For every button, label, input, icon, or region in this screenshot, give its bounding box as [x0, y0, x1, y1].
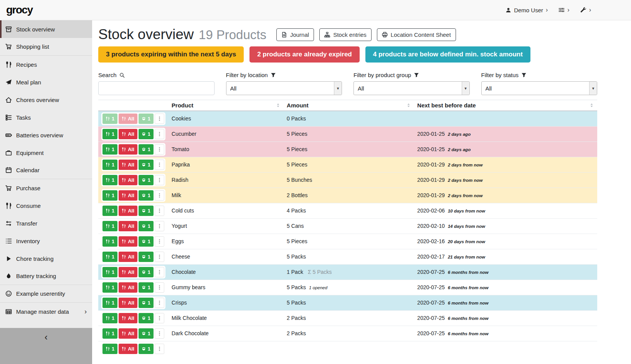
row-menu-button[interactable] — [155, 160, 164, 170]
row-menu-button[interactable] — [155, 252, 164, 262]
consume-one-button[interactable]: 1 — [102, 114, 117, 124]
open-one-button[interactable]: 1 — [139, 114, 154, 124]
consume-all-button[interactable]: All — [119, 298, 137, 308]
consume-all-button[interactable]: All — [119, 190, 137, 201]
consume-all-button[interactable]: All — [119, 175, 137, 185]
consume-one-button[interactable]: 1 — [102, 267, 117, 277]
row-menu-button[interactable] — [155, 313, 164, 323]
open-one-button[interactable]: 1 — [139, 344, 154, 354]
consume-all-button[interactable]: All — [119, 221, 137, 231]
sidebar-item-chores-overview[interactable]: Chores overview — [0, 91, 92, 109]
search-input[interactable] — [98, 81, 215, 95]
sidebar-item-transfer[interactable]: Transfer — [0, 214, 92, 232]
open-one-button[interactable]: 1 — [139, 252, 154, 262]
date-column-header[interactable]: Next best before date — [414, 100, 597, 111]
consume-one-button[interactable]: 1 — [102, 344, 117, 354]
row-menu-button[interactable] — [155, 175, 164, 185]
row-menu-button[interactable] — [155, 344, 164, 354]
open-one-button[interactable]: 1 — [139, 206, 154, 216]
sidebar-item-calendar[interactable]: Calendar — [0, 161, 92, 179]
status-select[interactable]: All — [481, 81, 598, 95]
button-label: All — [128, 239, 134, 244]
open-one-button[interactable]: 1 — [139, 313, 154, 323]
amount-column-header[interactable]: Amount — [284, 100, 414, 111]
open-one-button[interactable]: 1 — [139, 236, 154, 247]
open-one-button[interactable]: 1 — [139, 129, 154, 139]
sidebar-item-tasks[interactable]: Tasks — [0, 109, 92, 126]
consume-one-button[interactable]: 1 — [102, 175, 117, 185]
sidebar-item-purchase[interactable]: Purchase — [0, 179, 92, 197]
row-menu-button[interactable] — [155, 328, 164, 339]
row-menu-button[interactable] — [155, 190, 164, 201]
consume-all-button[interactable]: All — [119, 313, 137, 323]
consume-one-button[interactable]: 1 — [102, 282, 117, 293]
consume-one-button[interactable]: 1 — [102, 206, 117, 216]
open-one-button[interactable]: 1 — [139, 175, 154, 185]
consume-one-button[interactable]: 1 — [102, 129, 117, 139]
product-group-select[interactable]: All — [353, 81, 470, 95]
consume-all-button[interactable]: All — [119, 236, 137, 247]
consume-one-button[interactable]: 1 — [102, 221, 117, 231]
consume-all-button[interactable]: All — [119, 160, 137, 170]
open-one-button[interactable]: 1 — [139, 221, 154, 231]
sidebar-item-example-userentity[interactable]: Example userentity — [0, 285, 92, 303]
user-menu[interactable]: Demo User › — [505, 7, 548, 13]
row-menu-button[interactable] — [155, 236, 164, 247]
consume-one-button[interactable]: 1 — [102, 160, 117, 170]
row-menu-button[interactable] — [155, 129, 164, 139]
consume-all-button[interactable]: All — [119, 206, 137, 216]
journal-button[interactable]: Journal — [276, 28, 314, 41]
stock-entries-button[interactable]: Stock entries — [319, 28, 372, 41]
row-menu-button[interactable] — [155, 298, 164, 308]
open-one-button[interactable]: 1 — [139, 298, 154, 308]
row-menu-button[interactable] — [155, 114, 164, 124]
sidebar-item-stock-overview[interactable]: Stock overview — [0, 20, 92, 38]
consume-all-button[interactable]: All — [119, 282, 137, 293]
consume-one-button[interactable]: 1 — [102, 328, 117, 339]
open-one-button[interactable]: 1 — [139, 267, 154, 277]
sidebar-item-equipment[interactable]: Equipment — [0, 144, 92, 161]
consume-all-button[interactable]: All — [119, 328, 137, 339]
row-menu-button[interactable] — [155, 221, 164, 231]
sidebar-collapse-button[interactable]: ‹ — [0, 328, 92, 364]
row-menu-button[interactable] — [155, 267, 164, 277]
open-one-button[interactable]: 1 — [139, 144, 154, 155]
alert-banner-3[interactable]: 4 products are below defined min. stock … — [365, 46, 530, 63]
consume-one-button[interactable]: 1 — [102, 252, 117, 262]
consume-one-button[interactable]: 1 — [102, 190, 117, 201]
consume-all-button[interactable]: All — [119, 252, 137, 262]
sidebar-item-consume[interactable]: Consume — [0, 197, 92, 214]
sidebar-item-batteries-overview[interactable]: Batteries overview — [0, 126, 92, 144]
open-one-button[interactable]: 1 — [139, 282, 154, 293]
sidebar-item-recipes[interactable]: Recipes — [0, 56, 92, 73]
admin-menu[interactable]: › — [580, 7, 591, 13]
alert-banner-1[interactable]: 3 products expiring within the next 5 da… — [98, 46, 244, 63]
row-menu-button[interactable] — [155, 206, 164, 216]
consume-one-button[interactable]: 1 — [102, 144, 117, 155]
product-column-header[interactable]: Product — [168, 100, 284, 111]
consume-all-button[interactable]: All — [119, 344, 137, 354]
grocy-logo[interactable]: grocy — [6, 4, 33, 16]
open-one-button[interactable]: 1 — [139, 190, 154, 201]
location-content-sheet-button[interactable]: Location Content Sheet — [377, 28, 456, 41]
sidebar-item-manage-master-data[interactable]: Manage master data› — [0, 303, 92, 320]
sidebar-item-chore-tracking[interactable]: Chore tracking — [0, 250, 92, 267]
consume-one-button[interactable]: 1 — [102, 236, 117, 247]
location-select[interactable]: All — [226, 81, 342, 95]
sidebar-item-shopping-list[interactable]: Shopping list — [0, 38, 92, 56]
sidebar-item-meal-plan[interactable]: Meal plan — [0, 73, 92, 91]
consume-all-button[interactable]: All — [119, 129, 137, 139]
open-one-button[interactable]: 1 — [139, 328, 154, 339]
row-menu-button[interactable] — [155, 144, 164, 155]
open-one-button[interactable]: 1 — [139, 160, 154, 170]
row-menu-button[interactable] — [155, 282, 164, 293]
consume-one-button[interactable]: 1 — [102, 313, 117, 323]
settings-menu[interactable]: › — [558, 7, 569, 13]
consume-all-button[interactable]: All — [119, 267, 137, 277]
alert-banner-2[interactable]: 2 products are already expired — [249, 46, 360, 63]
sidebar-item-battery-tracking[interactable]: Battery tracking — [0, 267, 92, 285]
sidebar-item-inventory[interactable]: Inventory — [0, 232, 92, 250]
consume-all-button[interactable]: All — [119, 144, 137, 155]
consume-all-button[interactable]: All — [119, 114, 137, 124]
consume-one-button[interactable]: 1 — [102, 298, 117, 308]
